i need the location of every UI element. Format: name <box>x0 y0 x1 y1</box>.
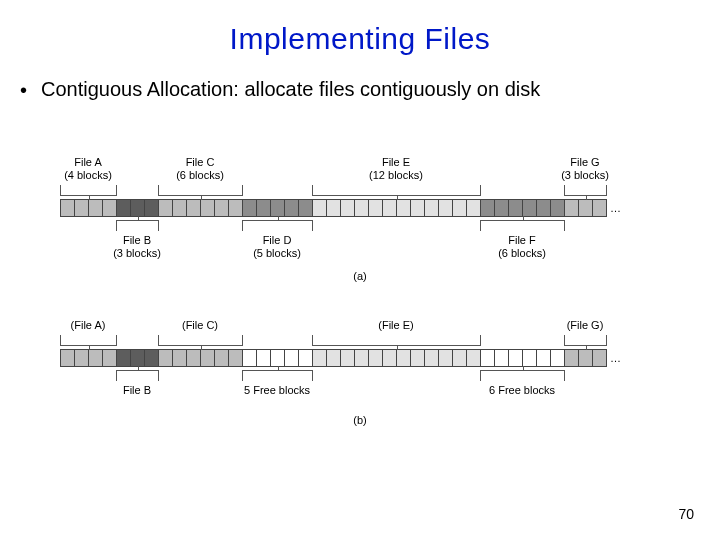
panel-a-top-labels: File A(4 blocks)File C(6 blocks)File E(1… <box>60 160 660 196</box>
block-cell <box>75 200 89 216</box>
block-cell <box>229 200 243 216</box>
block-cell <box>383 350 397 366</box>
block-cell <box>89 350 103 366</box>
block-cell <box>201 350 215 366</box>
block-cell <box>383 200 397 216</box>
file-label: File G(3 blocks) <box>545 156 625 182</box>
block-cell <box>481 200 495 216</box>
block-cell <box>467 200 481 216</box>
file-label: File D(5 blocks) <box>237 234 317 260</box>
block-cell <box>523 350 537 366</box>
file-label: 6 Free blocks <box>482 384 562 397</box>
block-cell <box>117 200 131 216</box>
block-cell <box>103 350 117 366</box>
block-cell <box>299 200 313 216</box>
block-cell <box>341 200 355 216</box>
block-cell <box>369 350 383 366</box>
block-cell <box>271 350 285 366</box>
file-label: 5 Free blocks <box>237 384 317 397</box>
panel-a-strip: … <box>60 200 660 216</box>
file-label: (File A) <box>48 319 128 332</box>
block-cell <box>61 200 75 216</box>
file-label: File E(12 blocks) <box>356 156 436 182</box>
block-cell <box>313 350 327 366</box>
block-cell <box>145 200 159 216</box>
block-cell <box>439 200 453 216</box>
panel-a-bottom-labels: File B(3 blocks)File D(5 blocks)File F(6… <box>60 220 660 264</box>
file-label: (File C) <box>160 319 240 332</box>
block-cell <box>397 350 411 366</box>
block-cell <box>243 350 257 366</box>
block-cell <box>285 200 299 216</box>
file-label: (File E) <box>356 319 436 332</box>
file-label: File A(4 blocks) <box>48 156 128 182</box>
block-cell <box>61 350 75 366</box>
block-cell <box>215 350 229 366</box>
block-cell <box>257 200 271 216</box>
block-cell <box>425 350 439 366</box>
block-cell <box>495 350 509 366</box>
block-cell <box>257 350 271 366</box>
block-cell <box>173 350 187 366</box>
block-cell <box>579 350 593 366</box>
block-cell <box>159 350 173 366</box>
block-cell <box>467 350 481 366</box>
block-cell <box>411 350 425 366</box>
block-cell <box>327 200 341 216</box>
bullet-text: Contiguous Allocation: allocate files co… <box>41 78 540 101</box>
block-cell <box>229 350 243 366</box>
block-cell <box>159 200 173 216</box>
file-label: File C(6 blocks) <box>160 156 240 182</box>
ellipsis: … <box>607 202 622 214</box>
page-title: Implementing Files <box>0 0 720 56</box>
block-cell <box>537 200 551 216</box>
block-cell <box>481 350 495 366</box>
block-cell <box>397 200 411 216</box>
block-cell <box>509 350 523 366</box>
panel-a-caption: (a) <box>60 270 660 282</box>
block-cell <box>537 350 551 366</box>
block-cell <box>411 200 425 216</box>
page-number: 70 <box>678 506 694 522</box>
panel-b-strip: … <box>60 350 660 366</box>
block-cell <box>75 350 89 366</box>
panel-b: (File A)(File C)(File E)(File G) … File … <box>60 316 660 426</box>
block-cell <box>187 200 201 216</box>
panel-b-top-labels: (File A)(File C)(File E)(File G) <box>60 316 660 346</box>
block-cell <box>145 350 159 366</box>
block-cell <box>173 200 187 216</box>
block-cell <box>131 200 145 216</box>
bullet-item: • Contiguous Allocation: allocate files … <box>0 78 720 101</box>
block-cell <box>453 350 467 366</box>
block-cell <box>243 200 257 216</box>
bullet-dot-icon: • <box>20 80 27 100</box>
block-cell <box>313 200 327 216</box>
block-cell <box>369 200 383 216</box>
block-cell <box>117 350 131 366</box>
block-cell <box>355 350 369 366</box>
block-cell <box>103 200 117 216</box>
file-label: File B <box>97 384 177 397</box>
block-cell <box>327 350 341 366</box>
block-cell <box>341 350 355 366</box>
block-cell <box>89 200 103 216</box>
file-label: File B(3 blocks) <box>97 234 177 260</box>
block-cell <box>579 200 593 216</box>
block-cell <box>523 200 537 216</box>
block-cell <box>453 200 467 216</box>
block-cell <box>187 350 201 366</box>
panel-a: File A(4 blocks)File C(6 blocks)File E(1… <box>60 160 660 282</box>
block-cell <box>439 350 453 366</box>
block-cell <box>509 200 523 216</box>
diagram: File A(4 blocks)File C(6 blocks)File E(1… <box>60 160 660 426</box>
file-label: File F(6 blocks) <box>482 234 562 260</box>
block-cell <box>201 200 215 216</box>
block-cell <box>355 200 369 216</box>
block-cell <box>131 350 145 366</box>
block-cell <box>593 200 607 216</box>
block-cell <box>425 200 439 216</box>
panel-b-caption: (b) <box>60 414 660 426</box>
block-cell <box>495 200 509 216</box>
block-cell <box>551 200 565 216</box>
block-cell <box>215 200 229 216</box>
